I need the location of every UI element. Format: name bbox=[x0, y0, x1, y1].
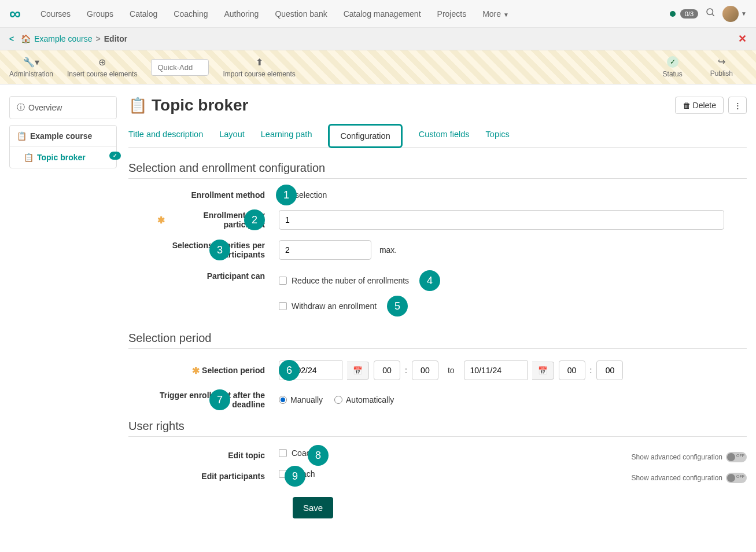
nav-catalog[interactable]: Catalog bbox=[121, 9, 165, 19]
checkbox-withdraw-enrollment[interactable] bbox=[279, 302, 287, 310]
editor-toolbar: 🔧▾ Administration ⊕ Insert course elemen… bbox=[0, 50, 756, 84]
radio-manually[interactable]: Manually bbox=[279, 395, 323, 404]
tab-topics[interactable]: Topics bbox=[486, 124, 510, 147]
nav-question-bank[interactable]: Question bank bbox=[267, 9, 335, 19]
tool-publish[interactable]: ↪ Publish bbox=[710, 56, 733, 78]
input-from-min[interactable] bbox=[412, 360, 438, 380]
tab-custom-fields[interactable]: Custom fields bbox=[419, 124, 470, 147]
tool-administration[interactable]: 🔧▾ Administration bbox=[9, 57, 53, 78]
check-circle-icon: ✓ bbox=[667, 56, 678, 68]
annotation-badge-5: 5 bbox=[387, 296, 408, 317]
breadcrumb-current: Editor bbox=[104, 34, 127, 43]
label-to: to bbox=[448, 366, 455, 375]
required-icon: ✱ bbox=[192, 365, 200, 376]
tool-status[interactable]: ✓ Status bbox=[663, 56, 683, 78]
tabs: Title and description Layout Learning pa… bbox=[128, 124, 747, 148]
checkbox-reduce-enrollments[interactable] bbox=[279, 277, 287, 285]
nav-catalog-mgmt[interactable]: Catalog management bbox=[335, 9, 429, 19]
label-enrollment-method: Enrollment method bbox=[191, 190, 265, 200]
label-automatically: Automatically bbox=[346, 395, 394, 404]
avatar[interactable] bbox=[722, 6, 739, 22]
input-selections-per[interactable] bbox=[279, 240, 371, 260]
radio-icon bbox=[279, 396, 287, 404]
calendar-icon: 📅 bbox=[538, 366, 548, 375]
user-menu-caret[interactable]: ▼ bbox=[741, 10, 747, 17]
tool-publish-label: Publish bbox=[710, 69, 733, 78]
wrench-icon: 🔧▾ bbox=[23, 57, 39, 68]
tool-admin-label: Administration bbox=[9, 70, 53, 78]
nav-more[interactable]: More ▼ bbox=[474, 9, 517, 19]
input-enrollments-per[interactable] bbox=[279, 210, 724, 230]
top-nav: ∞ Courses Groups Catalog Coaching Author… bbox=[0, 0, 756, 28]
search-icon[interactable] bbox=[705, 7, 716, 20]
sidebar-node-label: Topic broker bbox=[37, 153, 86, 162]
tab-learning-path[interactable]: Learning path bbox=[261, 124, 312, 147]
sidebar-node-topic-broker[interactable]: 📋 Topic broker bbox=[10, 147, 116, 168]
nav-projects[interactable]: Projects bbox=[429, 9, 475, 19]
input-to-hour[interactable] bbox=[559, 360, 585, 380]
label-manually: Manually bbox=[290, 395, 323, 404]
back-icon[interactable]: < bbox=[9, 34, 14, 43]
tool-import-label: Import course elements bbox=[223, 70, 295, 78]
annotation-badge-8: 8 bbox=[308, 445, 329, 466]
checkbox-edit-topic-coach[interactable] bbox=[279, 449, 287, 457]
svg-point-0 bbox=[707, 9, 713, 15]
label-reduce-enrollments: Reduce the nuber of enrollments bbox=[292, 276, 409, 285]
label-participant-can: Participant can bbox=[207, 271, 265, 281]
nav-courses[interactable]: Courses bbox=[32, 9, 79, 19]
divider bbox=[128, 348, 747, 349]
toggle-off-label: OFF bbox=[736, 454, 744, 458]
input-to-min[interactable] bbox=[596, 360, 623, 380]
sidebar-course-label: Example course bbox=[30, 131, 92, 141]
section-selection-period: Selection period bbox=[128, 332, 747, 345]
toggle-off-label: OFF bbox=[736, 474, 744, 479]
toggle-advanced-participants[interactable]: OFF bbox=[726, 473, 747, 483]
calendar-from-button[interactable]: 📅 bbox=[347, 362, 369, 380]
label-selection-period: Selection period bbox=[202, 366, 265, 375]
notification-badge[interactable]: 0/3 bbox=[680, 9, 698, 19]
time-colon: : bbox=[590, 366, 592, 375]
breadcrumb-sep: > bbox=[96, 34, 101, 43]
tool-insert-label: Insert course elements bbox=[67, 70, 137, 78]
label-edit-participants: Edit participants bbox=[201, 472, 265, 481]
more-actions-button[interactable]: ⋮ bbox=[728, 97, 747, 114]
label-withdraw-enrollment: Withdraw an enrollment bbox=[292, 301, 377, 311]
annotation-badge-6: 6 bbox=[279, 360, 300, 381]
toggle-advanced-topic[interactable]: OFF bbox=[726, 452, 747, 462]
dots-vertical-icon: ⋮ bbox=[734, 101, 742, 110]
clipboard-icon: 📋 bbox=[17, 131, 27, 141]
logo-icon[interactable]: ∞ bbox=[9, 5, 21, 23]
tab-layout[interactable]: Layout bbox=[219, 124, 245, 147]
delete-button[interactable]: 🗑 Delete bbox=[675, 97, 724, 114]
quick-add-input[interactable] bbox=[151, 59, 209, 76]
suffix-max: max. bbox=[379, 245, 397, 255]
sidebar-course[interactable]: 📋 Example course bbox=[10, 126, 116, 147]
trash-icon: 🗑 bbox=[683, 101, 691, 110]
radio-automatically[interactable]: Automatically bbox=[334, 395, 394, 404]
tool-import-elements[interactable]: ⬆ Import course elements bbox=[223, 57, 295, 78]
annotation-badge-9: 9 bbox=[285, 466, 305, 487]
tool-status-label: Status bbox=[663, 70, 683, 78]
annotation-badge-2: 2 bbox=[244, 209, 265, 230]
home-icon[interactable]: 🏠 bbox=[21, 34, 31, 43]
tab-title-desc[interactable]: Title and description bbox=[128, 124, 203, 147]
page-title: Topic broker bbox=[152, 96, 249, 115]
required-icon: ✱ bbox=[157, 215, 165, 226]
input-from-hour[interactable] bbox=[374, 360, 400, 380]
plus-circle-icon: ⊕ bbox=[98, 57, 106, 68]
divider bbox=[128, 436, 747, 437]
sidebar-overview[interactable]: ⓘ Overview bbox=[10, 97, 116, 119]
nav-groups[interactable]: Groups bbox=[79, 9, 121, 19]
calendar-to-button[interactable]: 📅 bbox=[532, 362, 554, 380]
breadcrumb-course[interactable]: Example course bbox=[34, 34, 92, 43]
svg-line-1 bbox=[713, 14, 714, 16]
input-to-date[interactable] bbox=[464, 360, 528, 380]
save-button[interactable]: Save bbox=[293, 497, 333, 518]
nav-authoring[interactable]: Authoring bbox=[216, 9, 267, 19]
tool-insert-elements[interactable]: ⊕ Insert course elements bbox=[67, 57, 137, 78]
info-icon: ⓘ bbox=[17, 102, 25, 113]
close-icon[interactable]: ✕ bbox=[738, 32, 747, 45]
nav-coaching[interactable]: Coaching bbox=[165, 9, 216, 19]
status-badge-icon bbox=[109, 152, 121, 160]
tab-configuration[interactable]: Configuration bbox=[328, 124, 402, 148]
